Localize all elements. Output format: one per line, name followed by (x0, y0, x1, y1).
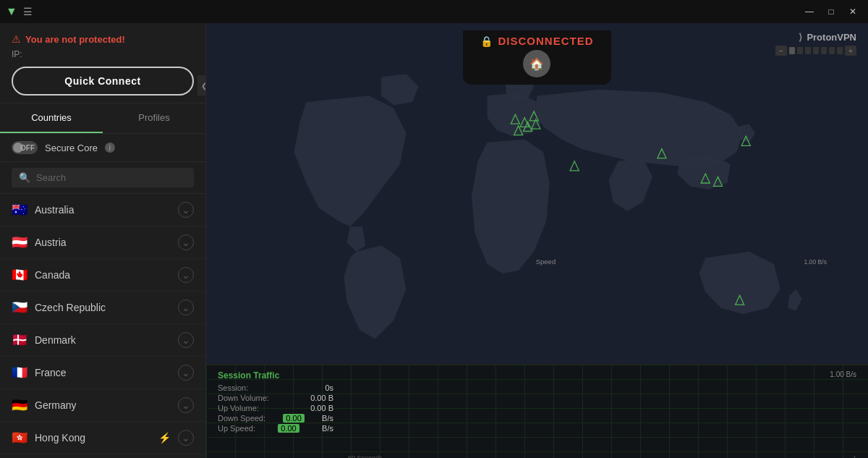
secure-core-toggle[interactable]: OFF (12, 141, 38, 154)
status-warning: ⚠ You are not protected! (12, 33, 194, 45)
chevron-icon[interactable]: ⌄ (178, 397, 194, 413)
chevron-icon[interactable]: ⌄ (178, 300, 194, 315)
time-label: 60 Seconds (348, 454, 383, 458)
down-speed-unit: B/s (322, 414, 333, 423)
list-item[interactable]: 🇨🇦 Canada ⌄ (0, 259, 205, 292)
up-speed-label: Up Speed: (218, 424, 255, 433)
warning-text: You are not protected! (25, 34, 125, 45)
sidebar: ⚠ You are not protected! IP: Quick Conne… (0, 23, 206, 458)
tab-countries[interactable]: Countries (0, 103, 103, 133)
chevron-icon[interactable]: ⌄ (178, 365, 194, 381)
speed-plus-button[interactable]: + (845, 46, 856, 56)
sidebar-header: ⚠ You are not protected! IP: Quick Conne… (0, 23, 205, 103)
secure-core-row: OFF Secure Core i (0, 134, 205, 162)
country-name: France (35, 367, 171, 378)
list-item[interactable]: 🇫🇷 France ⌄ (0, 357, 205, 389)
map-topbar: 🔒 DISCONNECTED 🏠 (206, 23, 868, 92)
lightning-icon: ⚡ (158, 432, 171, 444)
speed-top-label: 1.00 B/s (830, 370, 856, 378)
speed-minus-button[interactable]: − (775, 46, 787, 56)
svg-text:Speed: Speed (536, 258, 556, 266)
speed-chart (348, 379, 856, 451)
ip-label: IP: (12, 49, 194, 59)
up-speed-row: Up Speed: 0.00 B/s (218, 424, 333, 433)
minimize-button[interactable]: — (800, 4, 819, 19)
status-text: DISCONNECTED (498, 35, 593, 47)
up-volume-label: Up Volume: (218, 404, 259, 412)
secure-core-label: Secure Core (45, 143, 98, 153)
down-speed-value: 0.00 (283, 414, 304, 423)
speed-bar: − + (775, 46, 856, 56)
right-value: 1 (853, 454, 856, 458)
app-logo: ▼ (6, 5, 17, 18)
country-name: Germany (35, 399, 171, 411)
search-input[interactable] (36, 172, 187, 183)
country-name: Hong Kong (35, 432, 151, 444)
chevron-icon[interactable]: ⌄ (178, 234, 194, 250)
world-map: Speed 1.00 B/s (206, 52, 868, 364)
speed-segment-7 (837, 47, 843, 54)
chevron-icon[interactable]: ⌄ (178, 267, 194, 283)
speed-segment-6 (829, 47, 835, 54)
speed-segment-3 (805, 47, 811, 54)
up-speed-unit: B/s (322, 424, 333, 433)
sidebar-tabs: Countries Profiles (0, 103, 205, 134)
sidebar-collapse-arrow[interactable]: ❮ (197, 75, 206, 96)
proton-label: ⟩ ProtonVPN − + (775, 32, 856, 56)
home-button[interactable]: 🏠 (523, 50, 550, 77)
list-item[interactable]: 🇨🇿 Czech Republic ⌄ (0, 292, 205, 324)
svg-rect-15 (348, 379, 856, 451)
flag-france: 🇫🇷 (12, 367, 27, 378)
search-container: 🔍 (0, 162, 205, 194)
list-item[interactable]: 🇩🇪 Germany ⌄ (0, 389, 205, 422)
speed-segment-1 (789, 47, 795, 54)
tab-profiles[interactable]: Profiles (103, 103, 205, 133)
brand-name: ProtonVPN (807, 32, 856, 43)
chart-area: 60 Seconds 1 (348, 379, 856, 451)
chevron-icon[interactable]: ⌄ (178, 332, 194, 348)
down-speed-row: Down Speed: 0.00 B/s (218, 414, 333, 423)
svg-text:1.00 B/s: 1.00 B/s (804, 258, 827, 266)
titlebar-left: ▼ ☰ (6, 5, 33, 18)
stats-content: Session Traffic Session: 0s Down Volume:… (218, 370, 856, 451)
main-content: ⚠ You are not protected! IP: Quick Conne… (0, 23, 868, 458)
hamburger-icon[interactable]: ☰ (23, 6, 33, 17)
proton-icon: ⟩ (799, 32, 802, 43)
disconnected-badge: 🔒 DISCONNECTED 🏠 (463, 30, 610, 85)
proton-name: ⟩ ProtonVPN (799, 32, 856, 43)
list-item[interactable]: 🇦🇹 Austria ⌄ (0, 226, 205, 259)
quick-connect-button[interactable]: Quick Connect (12, 67, 194, 96)
list-item[interactable]: 🇦🇺 Australia ⌄ (0, 194, 205, 226)
down-volume-value: 0.00 B (310, 394, 333, 402)
up-speed-value: 0.00 (278, 424, 299, 433)
session-value: 0s (325, 383, 333, 392)
session-label: Session: (218, 383, 248, 392)
maximize-button[interactable]: □ (822, 4, 841, 19)
titlebar: ▼ ☰ — □ ✕ (0, 0, 868, 23)
speed-segment-5 (821, 47, 827, 54)
warning-icon: ⚠ (12, 33, 21, 45)
world-map-container: Speed 1.00 B/s (206, 52, 868, 364)
flag-czech: 🇨🇿 (12, 302, 27, 313)
country-name: Czech Republic (35, 302, 171, 313)
country-list: 🇦🇺 Australia ⌄ 🇦🇹 Austria ⌄ 🇨🇦 Canada ⌄ … (0, 194, 205, 458)
country-name: Denmark (35, 334, 171, 346)
toggle-label: OFF (20, 144, 35, 152)
down-speed-label: Down Speed: (218, 414, 265, 423)
map-area: 🔒 DISCONNECTED 🏠 ⟩ ProtonVPN − + (206, 23, 868, 458)
list-item[interactable]: 🇭🇰 Hong Kong ⚡ ⌄ (0, 422, 205, 454)
stats-title: Session Traffic (218, 370, 333, 381)
stats-panel: Session Traffic Session: 0s Down Volume:… (206, 364, 868, 458)
close-button[interactable]: ✕ (843, 4, 862, 19)
up-volume-row: Up Volume: 0.00 B (218, 404, 333, 412)
list-item[interactable]: 🇩🇰 Denmark ⌄ (0, 324, 205, 357)
titlebar-controls: — □ ✕ (800, 4, 862, 19)
session-row: Session: 0s (218, 383, 333, 392)
info-icon[interactable]: i (105, 143, 115, 153)
search-icon: 🔍 (19, 172, 30, 183)
stats-chart: 1.00 B/s 60 Seconds 1 (348, 370, 856, 451)
chevron-icon[interactable]: ⌄ (178, 430, 194, 446)
chevron-icon[interactable]: ⌄ (178, 202, 194, 218)
flag-denmark: 🇩🇰 (12, 334, 27, 346)
down-volume-label: Down Volume: (218, 394, 269, 402)
